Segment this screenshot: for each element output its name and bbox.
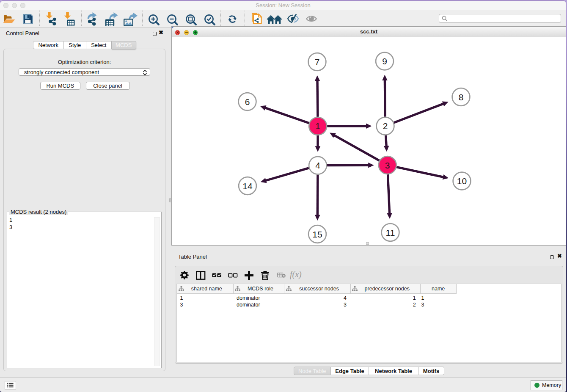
svg-text:11: 11 [385, 228, 395, 237]
svg-text:1: 1 [315, 121, 320, 131]
svg-text:f(x): f(x) [290, 271, 302, 279]
svg-text:14: 14 [242, 181, 253, 191]
svg-text:15: 15 [312, 229, 322, 239]
svg-text:10: 10 [457, 176, 466, 186]
svg-text:7: 7 [314, 57, 319, 67]
svg-text:9: 9 [382, 56, 387, 66]
svg-text:4: 4 [315, 160, 320, 170]
svg-text:8: 8 [458, 92, 463, 102]
svg-text:3: 3 [385, 160, 390, 170]
svg-text:6: 6 [245, 97, 250, 107]
svg-text:2: 2 [383, 121, 388, 131]
